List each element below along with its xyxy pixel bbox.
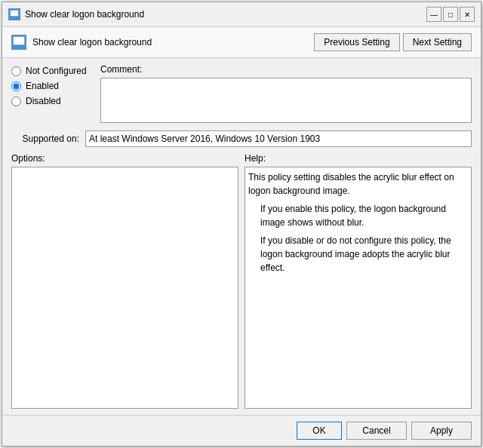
apply-button[interactable]: Apply	[411, 422, 472, 440]
supported-label: Supported on:	[11, 133, 79, 144]
ok-button[interactable]: OK	[297, 422, 342, 440]
radio-not-configured[interactable]: Not Configured	[11, 66, 94, 76]
radio-not-configured-label: Not Configured	[26, 66, 87, 76]
radio-enabled-input[interactable]	[11, 81, 21, 91]
title-bar-left: Show clear logon background	[8, 8, 144, 20]
radio-enabled[interactable]: Enabled	[11, 81, 94, 91]
help-paragraph-1: This policy setting disables the acrylic…	[248, 170, 468, 198]
main-window: Show clear logon background — □ ✕ Show c…	[2, 2, 481, 446]
supported-on-row: Supported on: At least Windows Server 20…	[11, 129, 472, 147]
radio-enabled-label: Enabled	[26, 81, 59, 91]
window-title: Show clear logon background	[25, 9, 144, 20]
title-bar: Show clear logon background — □ ✕	[2, 2, 481, 27]
radio-disabled-label: Disabled	[26, 96, 61, 106]
window-icon	[8, 8, 20, 20]
radio-disabled-input[interactable]	[11, 97, 21, 106]
minimize-button[interactable]: —	[426, 7, 441, 22]
header-bar: Show clear logon background Previous Set…	[2, 27, 481, 58]
comment-section: Comment:	[100, 64, 472, 123]
options-panel	[11, 167, 238, 409]
header-title-section: Show clear logon background	[11, 35, 152, 50]
help-paragraph-2: If you enable this policy, the logon bac…	[260, 202, 468, 229]
help-text-content: This policy setting disables the acrylic…	[248, 170, 468, 275]
main-panels: Options: Help: This policy setting disab…	[11, 153, 472, 409]
help-panel: This policy setting disables the acrylic…	[245, 167, 472, 409]
content-area: Not Configured Enabled Disabled Comment:…	[2, 58, 481, 415]
svg-rect-3	[15, 46, 23, 48]
cancel-button[interactable]: Cancel	[346, 422, 407, 440]
svg-rect-2	[13, 36, 25, 45]
top-section: Not Configured Enabled Disabled Comment:	[11, 64, 472, 123]
svg-rect-0	[10, 10, 19, 17]
previous-setting-button[interactable]: Previous Setting	[314, 33, 399, 51]
maximize-button[interactable]: □	[443, 7, 458, 22]
footer: OK Cancel Apply	[2, 415, 481, 446]
radio-group: Not Configured Enabled Disabled	[11, 64, 94, 123]
comment-label: Comment:	[100, 64, 472, 75]
header-title-text: Show clear logon background	[32, 37, 152, 48]
help-paragraph-3: If you disable or do not configure this …	[260, 234, 468, 275]
supported-value: At least Windows Server 2016, Windows 10…	[85, 130, 472, 147]
title-controls: — □ ✕	[426, 7, 475, 22]
options-label: Options:	[11, 153, 238, 164]
header-icon	[11, 35, 26, 50]
help-section: Help: This policy setting disables the a…	[245, 153, 472, 409]
comment-textarea[interactable]	[100, 78, 472, 123]
close-button[interactable]: ✕	[460, 7, 475, 22]
help-label: Help:	[245, 153, 472, 164]
options-section: Options:	[11, 153, 238, 409]
radio-not-configured-input[interactable]	[11, 66, 21, 76]
header-buttons: Previous Setting Next Setting	[314, 33, 472, 51]
svg-rect-1	[11, 17, 17, 18]
next-setting-button[interactable]: Next Setting	[403, 33, 472, 51]
radio-disabled[interactable]: Disabled	[11, 96, 94, 106]
